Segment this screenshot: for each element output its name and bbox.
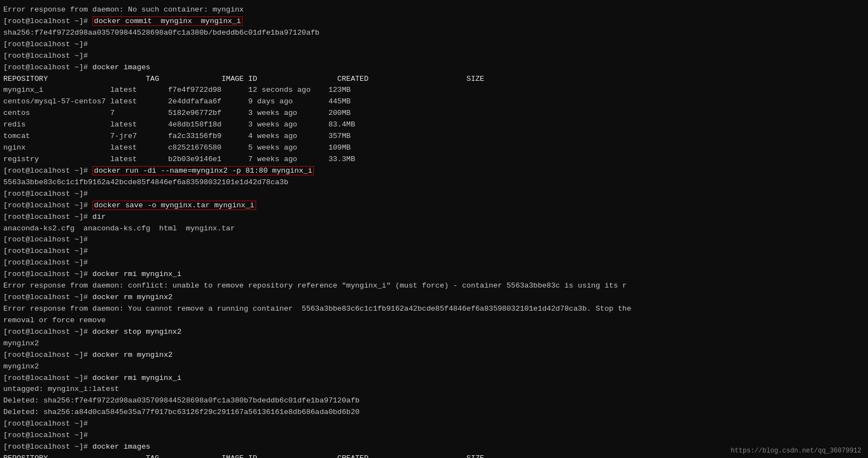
terminal-line: [root@localhost ~]# docker stop mynginx2 xyxy=(3,327,865,338)
terminal-line: [root@localhost ~]# xyxy=(3,189,865,200)
terminal-line: untagged: mynginx_i:latest xyxy=(3,384,865,395)
terminal-line: [root@localhost ~]# xyxy=(3,418,865,430)
terminal-line: Error response from daemon: No such cont… xyxy=(3,4,865,16)
terminal-line: sha256:f7e4f9722d98aa035709844528698a0fc… xyxy=(3,27,865,39)
terminal-line: [root@localhost ~]# xyxy=(3,51,865,62)
terminal-line: [root@localhost ~]# dir xyxy=(3,212,865,223)
terminal-line: [root@localhost ~]# docker run -di --nam… xyxy=(3,165,865,177)
terminal-line: nginx latest c82521676580 5 weeks ago 10… xyxy=(3,142,865,154)
terminal-line: [root@localhost ~]# xyxy=(3,257,865,269)
terminal-line: [root@localhost ~]# xyxy=(3,246,865,257)
terminal-line: tomcat 7-jre7 fa2c33156fb9 4 weeks ago 3… xyxy=(3,131,865,142)
terminal-line: Error response from daemon: conflict: un… xyxy=(3,280,865,292)
terminal-line: REPOSITORY TAG IMAGE ID CREATED SIZE xyxy=(3,74,865,85)
terminal-line: 5563a3bbe83c6c1c1fb9162a42bcde85f4846ef6… xyxy=(3,177,865,189)
terminal-line: centos 7 5182e96772bf 3 weeks ago 200MB xyxy=(3,108,865,119)
terminal-line: redis latest 4e8db158f18d 3 weeks ago 83… xyxy=(3,119,865,131)
terminal-line: Error response from daemon: You cannot r… xyxy=(3,304,865,315)
terminal-line: [root@localhost ~]# docker commit myngin… xyxy=(3,16,865,27)
terminal-line: registry latest b2b03e9146e1 7 weeks ago… xyxy=(3,154,865,165)
terminal-line: [root@localhost ~]# docker rm mynginx2 xyxy=(3,350,865,361)
terminal-line: centos/mysql-57-centos7 latest 2e4ddfafa… xyxy=(3,96,865,108)
terminal-line: [root@localhost ~]# docker save -o myngi… xyxy=(3,200,865,212)
terminal-line: [root@localhost ~]# xyxy=(3,234,865,246)
terminal-line: mynginx2 xyxy=(3,338,865,350)
terminal-line: anaconda-ks2.cfg anaconda-ks.cfg html my… xyxy=(3,223,865,235)
highlighted-command: docker run -di --name=mynginx2 -p 81:80 … xyxy=(92,166,314,175)
terminal-line: removal or force remove xyxy=(3,315,865,327)
terminal-line: [root@localhost ~]# xyxy=(3,39,865,51)
terminal-line: [root@localhost ~]# xyxy=(3,430,865,442)
footer-link: https://blog.csdn.net/qq_36079912 xyxy=(731,447,861,455)
terminal-line: mynginx_i latest f7e4f9722d98 12 seconds… xyxy=(3,85,865,96)
terminal-line: [root@localhost ~]# docker rm mynginx2 xyxy=(3,292,865,304)
terminal: Error response from daemon: No such cont… xyxy=(0,2,868,458)
terminal-line: [root@localhost ~]# docker rmi mynginx_i xyxy=(3,373,865,384)
terminal-line: [root@localhost ~]# docker rmi mynginx_i xyxy=(3,269,865,280)
terminal-line: mynginx2 xyxy=(3,361,865,373)
terminal-line: [root@localhost ~]# docker images xyxy=(3,62,865,74)
terminal-line: Deleted: sha256:a84d0ca5845e35a77f017bc6… xyxy=(3,407,865,418)
highlighted-command: docker commit mynginx mynginx_i xyxy=(92,16,242,26)
terminal-line: Deleted: sha256:f7e4f9722d98aa0357098445… xyxy=(3,395,865,407)
highlighted-command: docker save -o mynginx.tar mynginx_i xyxy=(92,201,256,210)
